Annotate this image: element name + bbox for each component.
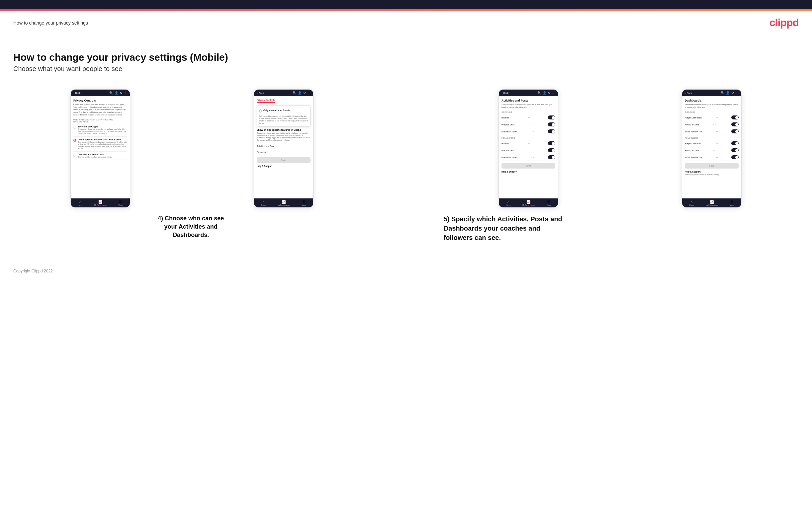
tab-home4[interactable]: ⌂ Home [690,200,694,206]
person-icon[interactable]: 👤 [114,91,118,95]
settings-icon[interactable]: ⚙ [120,91,122,95]
tab-home-label4: Home [690,204,694,206]
toggle-followers-rounds-label: Rounds [502,143,509,145]
top-bar-gradient [0,9,812,11]
arrow-row-activities[interactable]: Activities and Posts › [257,143,310,149]
tab-performance4[interactable]: 📈 My Performance [706,200,718,206]
radio-approved-desc: Only approved followers and coaches you … [78,141,127,150]
radio-approved[interactable]: Only Approved Followers and Your Coach O… [73,137,127,152]
toggle-followers-manual-switch[interactable] [548,155,555,159]
more-icon[interactable]: ⋮ [124,91,127,95]
screen1-nav-icons: 🔍 👤 ⚙ ⋮ [109,91,127,95]
menu-icon2: ☰ [302,200,305,204]
toggle-coaches-manual-switch[interactable] [548,129,555,133]
tab-performance2[interactable]: 📈 My Performance [277,200,290,206]
tab-menu2[interactable]: ☰ Menu [302,200,306,206]
page-heading: How to change your privacy settings (Mob… [13,52,799,63]
popup-title: Only You and Your Coach [263,109,290,111]
screen3-title: Activities and Posts [502,99,555,102]
radio-approved-circle [73,139,77,142]
screen1-mockup: ‹ Back 🔍 👤 ⚙ ⋮ Privacy Controls Control … [70,89,130,208]
tab-home2[interactable]: ⌂ Home [261,200,266,206]
settings-icon4[interactable]: ⚙ [731,91,734,95]
radio-everyone[interactable]: Everyone on Clippd Everyone on Clippd ca… [73,124,127,137]
on-label-cd: ON [529,123,532,125]
on-label-cri: ON [713,123,716,125]
tab-performance[interactable]: 📈 My Performance [94,200,107,206]
search-icon3[interactable]: 🔍 [537,91,541,95]
toggle-followers-player-dash-switch[interactable] [731,142,739,145]
toggle-followers-round-insights-switch[interactable] [731,148,739,152]
home-icon4: ⌂ [691,200,693,204]
on-label-cm: ON [531,130,534,132]
toggle-coaches-player-dash-switch[interactable] [731,115,739,119]
settings-icon2[interactable]: ⚙ [303,91,306,95]
search-icon4[interactable]: 🔍 [721,91,724,95]
settings-icon3[interactable]: ⚙ [548,91,551,95]
person-icon2[interactable]: 👤 [298,91,302,95]
toggle-followers-manual-label: Manual Activities [502,156,517,159]
menu-icon: ☰ [119,200,122,204]
toggle-coaches-what-to-work-label: What To Work On [685,130,702,133]
chevron-right-icon2: › [309,151,310,154]
tab-home3[interactable]: ⌂ Home [506,200,510,206]
arrow-row-dashboards[interactable]: Dashboards › [257,149,310,155]
popup-card: Only You and Your Coach Only you and the… [257,105,310,127]
toggle-coaches-player-dash: Player Dashboard ON [685,114,739,121]
toggle-followers-rounds-switch[interactable] [548,142,555,145]
more-icon4[interactable]: ⋮ [735,91,739,95]
page-subheading: Choose what you want people to see [13,65,799,73]
caption4: 4) Choose who can see your Activities an… [154,214,227,242]
toggle-followers-what-to-work-switch[interactable] [731,155,739,159]
tab-home-label: Home [78,204,82,206]
tab-home-label3: Home [506,204,510,206]
tab-home-label2: Home [261,204,266,206]
screen1-nav-back[interactable]: ‹ Back [73,92,81,95]
screen1-nav: ‹ Back 🔍 👤 ⚙ ⋮ [71,90,130,96]
toggle-coaches-round-insights-switch[interactable] [731,122,739,126]
privacy-tab[interactable]: Privacy Controls [257,99,275,103]
arrow-row-activities-label: Activities and Posts [257,145,275,147]
toggle-coaches-what-to-work-switch[interactable] [731,129,739,133]
search-icon[interactable]: 🔍 [109,91,113,95]
toggle-followers-manual: Manual Activities ON [502,154,555,161]
toggle-followers-what-to-work: What To Work On ON [685,154,739,161]
toggle-followers-drills: Practice Drills ON [502,147,555,154]
back-arrow-icon: ‹ [73,92,74,95]
logo: clippd [769,16,799,29]
toggle-coaches-drills-label: Practice Drills [502,123,515,126]
radio-only-you[interactable]: Only You and Your Coach Only you and the… [73,152,127,160]
screen4-nav-back[interactable]: ‹ Back [685,92,692,95]
screen3-nav-icons: 🔍 👤 ⚙ ⋮ [537,91,555,95]
help-support-title2: Help & Support [257,165,310,167]
followers-label3: FOLLOWERS [502,137,555,139]
top-bar [0,0,812,11]
screen2-nav-back[interactable]: ‹ Back [257,92,264,95]
screen4-back-label: Back [687,92,692,94]
toggle-coaches-drills-switch[interactable] [548,122,555,126]
tab-menu3[interactable]: ☰ Menu [547,200,551,206]
tab-home[interactable]: ⌂ Home [78,200,82,206]
tab-menu4[interactable]: ☰ Menu [730,200,734,206]
person-icon3[interactable]: 👤 [543,91,546,95]
more-icon2[interactable]: ⋮ [308,91,310,95]
screen3-nav-back[interactable]: ‹ Back [502,92,508,95]
search-icon2[interactable]: 🔍 [293,91,296,95]
footer: Copyright Clippd 2022 [0,262,812,280]
save-button2[interactable]: Save [257,157,310,163]
screen3-back-label: Back [503,92,509,94]
tab-performance3[interactable]: 📈 My Performance [522,200,535,206]
toggle-followers-round-insights: Round Insights ON [685,147,739,154]
radio-everyone-circle [73,126,77,129]
toggle-coaches-rounds-switch[interactable] [548,115,555,119]
tab-menu[interactable]: ☰ Menu [118,200,123,206]
toggle-coaches-what-to-work: What To Work On ON [685,128,739,135]
person-icon4[interactable]: 👤 [726,91,730,95]
more-icon3[interactable]: ⋮ [552,91,555,95]
followers-label4: FOLLOWERS [685,137,739,139]
save-button4[interactable]: Save [685,163,739,169]
toggle-followers-drills-switch[interactable] [548,148,555,152]
radio-only-you-desc: Only you and the coaches you connect wit… [78,156,127,158]
chart-icon2: 📈 [282,200,286,204]
save-button3[interactable]: Save [502,163,555,169]
